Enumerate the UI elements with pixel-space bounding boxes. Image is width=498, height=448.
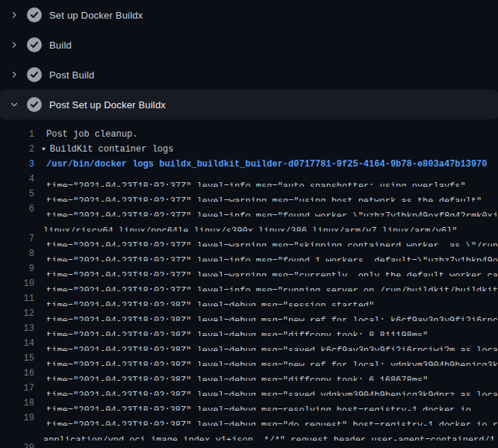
line-number[interactable]: 1	[0, 127, 34, 142]
line-number[interactable]: 8	[0, 246, 34, 261]
log-text: time="2021-04-23T18:02:38Z" level=debug …	[34, 396, 498, 411]
line-number[interactable]: 2	[0, 142, 34, 157]
log-line: 1Post job cleanup.	[0, 127, 498, 142]
log-line: 9time="2021-04-23T18:02:37Z" level=warni…	[0, 261, 498, 276]
line-number[interactable]: 17	[0, 381, 34, 396]
log-line: 12time="2021-04-23T18:02:38Z" level=debu…	[0, 306, 498, 321]
log-text: linux/riscv64 linux/ppc64le linux/s390x …	[34, 217, 498, 231]
log-text: time="2021-04-23T18:02:37Z" level=info m…	[34, 276, 498, 291]
log-line: 17time="2021-04-23T18:02:38Z" level=debu…	[0, 381, 498, 396]
log-area: 1Post job cleanup.2▼BuildKit container l…	[0, 119, 498, 448]
log-line: 18time="2021-04-23T18:02:38Z" level=debu…	[0, 396, 498, 411]
log-line: 11time="2021-04-23T18:02:38Z" level=debu…	[0, 291, 498, 306]
line-number[interactable]: 5	[0, 187, 34, 202]
log-text: time="2021-04-23T18:02:38Z" level=debug …	[34, 411, 498, 426]
log-line: 2▼BuildKit container logs	[0, 142, 498, 157]
line-number[interactable]: 15	[0, 351, 34, 366]
line-number[interactable]: 4	[0, 172, 34, 187]
line-number[interactable]: 14	[0, 336, 34, 351]
check-circle-icon	[27, 97, 42, 112]
log-text: time="2021-04-23T18:02:37Z" level=info m…	[34, 246, 498, 261]
actions-log-viewer: Set up Docker Buildx Build Post Build	[0, 0, 498, 448]
line-number[interactable]: 9	[0, 261, 34, 276]
log-text[interactable]: ▼BuildKit container logs	[34, 142, 498, 157]
line-number[interactable]: 16	[0, 366, 34, 381]
log-line: 15time="2021-04-23T18:02:38Z" level=debu…	[0, 351, 498, 366]
log-text: time="2021-04-23T18:02:38Z" level=debug …	[34, 381, 498, 396]
log-text: time="2021-04-23T18:02:38Z" level=debug …	[34, 441, 498, 448]
check-circle-icon	[27, 67, 42, 82]
log-text: time="2021-04-23T18:02:38Z" level=debug …	[34, 306, 498, 321]
line-number[interactable]: 3	[0, 157, 34, 172]
step-row-build[interactable]: Build	[0, 30, 498, 60]
log-line: 13time="2021-04-23T18:02:38Z" level=debu…	[0, 321, 498, 336]
log-line-continuation: application/vnd.oci.image.index.v1+json,…	[0, 426, 498, 441]
line-number[interactable]: 10	[0, 276, 34, 291]
step-row-set-up-docker-buildx[interactable]: Set up Docker Buildx	[0, 0, 498, 30]
log-text: time="2021-04-23T18:02:37Z" level=info m…	[34, 172, 498, 187]
log-text: time="2021-04-23T18:02:38Z" level=debug …	[34, 291, 498, 306]
step-title: Post Set up Docker Buildx	[49, 99, 166, 111]
log-text: time="2021-04-23T18:02:37Z" level=warnin…	[34, 261, 498, 276]
log-line-continuation: linux/riscv64 linux/ppc64le linux/s390x …	[0, 217, 498, 231]
log-line: 3/usr/bin/docker logs buildx_buildkit_bu…	[0, 157, 498, 172]
chevron-down-icon	[9, 100, 19, 109]
chevron-right-icon	[9, 10, 19, 19]
line-number[interactable]: 11	[0, 291, 34, 306]
line-number[interactable]: 12	[0, 306, 34, 321]
line-number[interactable]: 19	[0, 411, 34, 426]
step-row-post-build[interactable]: Post Build	[0, 60, 498, 90]
line-number[interactable]: 13	[0, 321, 34, 336]
line-number[interactable]: 7	[0, 231, 34, 246]
log-line: 7time="2021-04-23T18:02:37Z" level=warni…	[0, 231, 498, 246]
check-circle-icon	[27, 7, 42, 22]
log-line: 4time="2021-04-23T18:02:37Z" level=info …	[0, 172, 498, 187]
chevron-right-icon	[9, 40, 19, 49]
log-text: Post job cleanup.	[34, 127, 498, 142]
step-list: Set up Docker Buildx Build Post Build	[0, 0, 498, 119]
log-line: 5time="2021-04-23T18:02:37Z" level=warni…	[0, 187, 498, 202]
step-title: Build	[49, 40, 72, 51]
chevron-right-icon	[9, 70, 19, 79]
check-circle-icon	[27, 37, 42, 52]
log-line: 20time="2021-04-23T18:02:38Z" level=debu…	[0, 441, 498, 448]
log-text: time="2021-04-23T18:02:37Z" level=warnin…	[34, 187, 498, 202]
log-text: time="2021-04-23T18:02:38Z" level=debug …	[34, 366, 498, 381]
line-number	[0, 426, 34, 441]
log-line: 14time="2021-04-23T18:02:38Z" level=debu…	[0, 336, 498, 351]
step-title: Set up Docker Buildx	[49, 10, 143, 21]
log-line: 10time="2021-04-23T18:02:37Z" level=info…	[0, 276, 498, 291]
triangle-down-icon: ▼	[42, 142, 46, 157]
log-text: application/vnd.oci.image.index.v1+json,…	[34, 426, 498, 441]
line-number[interactable]: 6	[0, 202, 34, 217]
log-command-text: /usr/bin/docker logs buildx_buildkit_bui…	[34, 157, 498, 172]
step-title: Post Build	[49, 69, 95, 81]
log-line: 6time="2021-04-23T18:02:37Z" level=info …	[0, 202, 498, 217]
log-text: time="2021-04-23T18:02:38Z" level=debug …	[34, 321, 498, 336]
log-line: 8time="2021-04-23T18:02:37Z" level=info …	[0, 246, 498, 261]
log-line: 19time="2021-04-23T18:02:38Z" level=debu…	[0, 411, 498, 426]
line-number	[0, 217, 34, 231]
log-text: time="2021-04-23T18:02:37Z" level=info m…	[34, 202, 498, 217]
log-text: time="2021-04-23T18:02:38Z" level=debug …	[34, 336, 498, 351]
step-row-post-set-up-docker-buildx[interactable]: Post Set up Docker Buildx	[0, 90, 498, 119]
line-number[interactable]: 18	[0, 396, 34, 411]
line-number[interactable]: 20	[0, 441, 34, 448]
log-text: time="2021-04-23T18:02:37Z" level=warnin…	[34, 231, 498, 246]
log-text: time="2021-04-23T18:02:38Z" level=debug …	[34, 351, 498, 366]
log-line: 16time="2021-04-23T18:02:38Z" level=debu…	[0, 366, 498, 381]
